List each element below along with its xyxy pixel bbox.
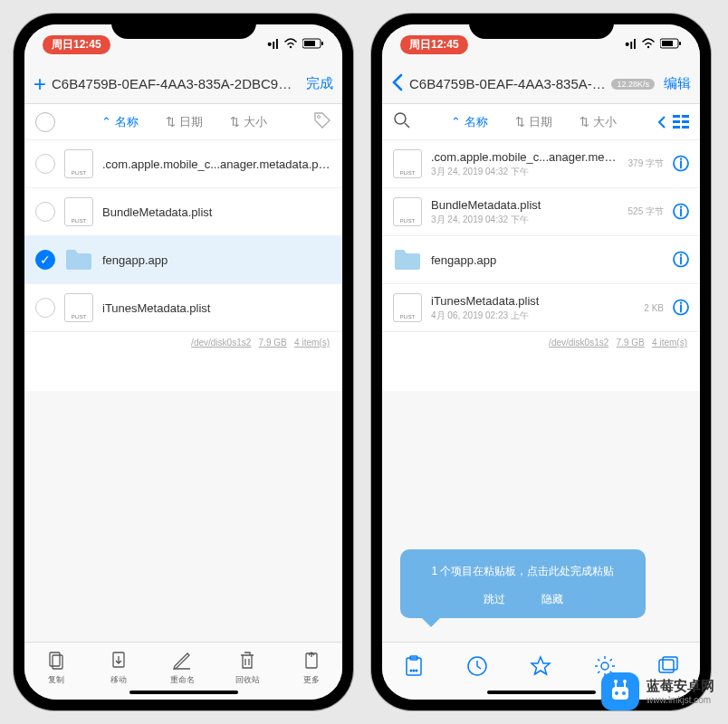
file-name: iTunesMetadata.plist <box>431 294 635 308</box>
svg-rect-12 <box>679 42 681 45</box>
svg-rect-18 <box>673 126 680 129</box>
more-button[interactable]: 更多 <box>301 650 322 686</box>
row-checkbox[interactable]: ✓ <box>35 250 55 270</box>
add-button[interactable]: + <box>34 71 46 97</box>
sort-updown-icon: ⇅ <box>515 115 525 129</box>
rename-button[interactable]: 重命名 <box>170 650 195 686</box>
sort-date[interactable]: ⇅ 日期 <box>166 114 203 130</box>
svg-rect-14 <box>673 115 680 118</box>
status-time: 周日12:45 <box>43 35 110 54</box>
plist-icon <box>64 197 93 226</box>
info-icon[interactable]: ⓘ <box>673 153 689 175</box>
file-list[interactable]: .com.apple.mobile_c...anager.metadata.pl… <box>24 140 342 391</box>
file-row[interactable]: ✓ fengapp.app <box>24 236 342 284</box>
svg-point-4 <box>318 116 321 119</box>
disk-path[interactable]: /dev/disk0s1s2 <box>549 338 608 348</box>
info-icon[interactable]: ⓘ <box>673 249 689 271</box>
file-meta: 4月 06, 2019 02:23 上午 <box>431 310 635 322</box>
done-button[interactable]: 完成 <box>306 75 333 92</box>
file-row[interactable]: iTunesMetadata.plist 4月 06, 2019 02:23 上… <box>382 284 700 332</box>
svg-point-34 <box>614 680 618 683</box>
back-button[interactable] <box>391 71 404 97</box>
plist-icon <box>64 293 93 322</box>
copy-button[interactable]: 复制 <box>45 650 67 686</box>
file-row[interactable]: .com.apple.mobile_c...anager.metadata.pl… <box>24 140 342 188</box>
sort-group: ⌃ 名称 ⇅ 日期 ⇅ 大小 <box>62 114 306 130</box>
svg-point-31 <box>622 691 626 695</box>
phone-frame-right: 周日12:45 •ıl C6B4759B-0EAF-4AA3-835A-2DBC… <box>371 14 711 710</box>
trash-button[interactable]: 回收站 <box>235 650 260 686</box>
disk-path[interactable]: /dev/disk0s1s2 <box>191 338 251 348</box>
edit-button[interactable]: 编辑 <box>664 75 691 92</box>
paste-popup[interactable]: 1 个项目在粘贴板，点击此处完成粘贴 跳过 隐藏 <box>400 549 646 618</box>
svg-rect-27 <box>659 660 674 672</box>
spacer <box>24 391 342 642</box>
search-icon[interactable] <box>393 111 411 132</box>
file-list[interactable]: .com.apple.mobile_c...anager.metadata.pl… <box>382 140 700 391</box>
svg-point-9 <box>647 46 649 48</box>
svg-point-24 <box>416 670 417 672</box>
row-checkbox[interactable] <box>35 154 55 174</box>
svg-point-13 <box>395 113 406 124</box>
sort-date[interactable]: ⇅ 日期 <box>515 114 552 130</box>
svg-rect-6 <box>53 655 62 669</box>
favorites-tab[interactable] <box>529 654 552 681</box>
folder-icon <box>393 245 422 274</box>
free-space[interactable]: 7.9 GB <box>259 338 287 348</box>
phone-screen-right: 周日12:45 •ıl C6B4759B-0EAF-4AA3-835A-2DBC… <box>382 24 700 700</box>
battery-icon <box>302 37 324 52</box>
sort-updown-icon: ⇅ <box>230 115 240 129</box>
clipboard-tab[interactable] <box>402 654 426 681</box>
info-icon[interactable]: ⓘ <box>673 297 689 319</box>
home-indicator[interactable] <box>487 691 596 694</box>
svg-point-23 <box>413 670 415 672</box>
tag-icon[interactable] <box>313 111 331 132</box>
svg-rect-29 <box>612 687 628 700</box>
skip-button[interactable]: 跳过 <box>484 592 505 607</box>
svg-point-35 <box>623 680 627 683</box>
sort-size[interactable]: ⇅ 大小 <box>230 114 267 130</box>
view-toggle[interactable] <box>656 115 689 129</box>
row-checkbox[interactable] <box>35 298 55 318</box>
svg-rect-20 <box>407 658 421 675</box>
notch <box>111 14 256 39</box>
sort-size[interactable]: ⇅ 大小 <box>580 114 617 130</box>
sort-bar: ⌃ 名称 ⇅ 日期 ⇅ 大小 <box>24 104 342 140</box>
svg-rect-19 <box>682 126 689 129</box>
sort-bar: ⌃ 名称 ⇅ 日期 ⇅ 大小 <box>382 104 700 140</box>
recent-tab[interactable] <box>465 654 489 681</box>
row-checkbox[interactable] <box>35 202 55 222</box>
file-row[interactable]: iTunesMetadata.plist <box>24 284 342 332</box>
move-button[interactable]: 移动 <box>108 650 129 686</box>
sort-updown-icon: ⇅ <box>580 115 589 129</box>
free-space[interactable]: 7.9 GB <box>617 338 645 348</box>
file-name: BundleMetadata.plist <box>431 198 619 212</box>
sort-name[interactable]: ⌃ 名称 <box>451 114 488 130</box>
sort-name[interactable]: ⌃ 名称 <box>101 114 139 130</box>
notch <box>469 14 614 39</box>
info-icon[interactable]: ⓘ <box>673 201 689 223</box>
signal-icon: •ıl <box>267 37 279 52</box>
sort-arrow-icon: ⌃ <box>101 115 111 129</box>
hide-button[interactable]: 隐藏 <box>541 592 563 607</box>
wifi-icon <box>641 37 656 52</box>
file-row[interactable]: fengapp.app ⓘ <box>382 236 700 284</box>
svg-point-22 <box>410 670 412 672</box>
item-count[interactable]: 4 item(s) <box>294 338 330 348</box>
file-name: fengapp.app <box>431 253 664 267</box>
sort-arrow-icon: ⌃ <box>451 115 461 129</box>
home-indicator[interactable] <box>129 691 238 694</box>
svg-rect-28 <box>663 657 677 670</box>
battery-icon <box>660 37 682 52</box>
file-row[interactable]: BundleMetadata.plist <box>24 188 342 236</box>
svg-rect-5 <box>50 653 60 666</box>
file-row[interactable]: BundleMetadata.plist 3月 24, 2019 04:32 下… <box>382 188 700 236</box>
signal-icon: •ıl <box>625 37 637 52</box>
file-row[interactable]: .com.apple.mobile_c...anager.metadata.pl… <box>382 140 700 188</box>
watermark-url: www.lmkjst.com <box>647 695 714 705</box>
select-all-checkbox[interactable] <box>35 112 55 132</box>
svg-rect-3 <box>321 42 323 45</box>
folder-icon <box>64 245 93 274</box>
item-count[interactable]: 4 item(s) <box>652 338 687 348</box>
status-time: 周日12:45 <box>400 35 468 54</box>
